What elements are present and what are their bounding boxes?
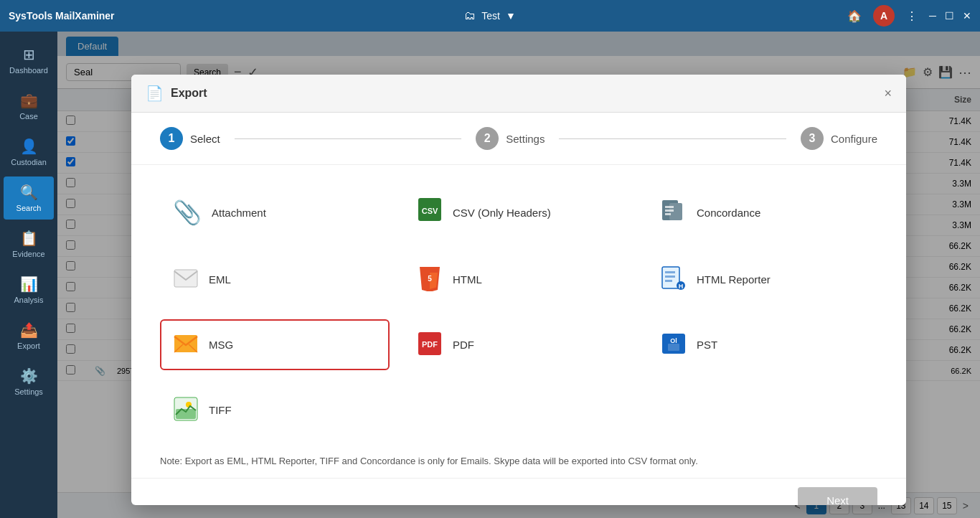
attachment-icon: 📎 <box>173 199 202 226</box>
svg-rect-5 <box>665 209 674 212</box>
svg-text:Ol: Ol <box>670 337 677 344</box>
dialog-title-text: Export <box>171 87 207 100</box>
sidebar-item-custodian[interactable]: 👤 Custodian <box>4 131 54 174</box>
export-option-csv[interactable]: CSV CSV (Only Headers) <box>404 185 633 240</box>
export-option-eml[interactable]: EML <box>160 254 390 305</box>
svg-text:H: H <box>679 283 684 290</box>
sidebar-label-case: Case <box>19 112 38 121</box>
step-2-num: 2 <box>476 127 499 150</box>
note-text: Note: Export as EML, HTML Reporter, TIFF… <box>160 456 698 466</box>
export-option-pst[interactable]: Ol PST <box>648 319 877 370</box>
export-option-pdf[interactable]: PDF PDF <box>404 319 633 370</box>
export-option-msg[interactable]: MSG <box>160 319 390 370</box>
case-name: Test <box>481 10 500 22</box>
csv-icon: CSV <box>417 197 443 228</box>
tiff-icon <box>173 396 199 424</box>
more-button[interactable]: ⋮ <box>906 9 918 23</box>
dialog-note: Note: Export as EML, HTML Reporter, TIFF… <box>131 456 906 478</box>
msg-label: MSG <box>209 339 233 351</box>
analysis-icon: 📊 <box>20 276 38 293</box>
search-sidebar-icon: 🔍 <box>20 184 38 201</box>
svg-text:5: 5 <box>428 275 432 283</box>
close-button[interactable]: ✕ <box>963 10 971 22</box>
tiff-label: TIFF <box>209 404 232 416</box>
step-line-1 <box>235 138 462 139</box>
case-icon: 💼 <box>20 92 38 109</box>
sidebar-label-export: Export <box>17 342 40 350</box>
html-icon: 5 <box>417 265 443 293</box>
svg-rect-24 <box>668 344 679 351</box>
modal-overlay: 📄 Export × 1 Select 2 Settings <box>57 32 980 518</box>
pst-label: PST <box>697 339 717 351</box>
sidebar-label-custodian: Custodian <box>11 158 47 166</box>
eml-icon <box>173 265 199 293</box>
sidebar-label-analysis: Analysis <box>14 296 44 304</box>
dropdown-icon[interactable]: ▼ <box>506 10 516 22</box>
step-3-label: Configure <box>831 133 877 145</box>
wizard-steps: 1 Select 2 Settings 3 Configure <box>131 113 906 165</box>
step-2-label: Settings <box>506 133 545 145</box>
step-3-num: 3 <box>801 127 824 150</box>
settings-icon: ⚙️ <box>20 367 38 385</box>
sidebar-label-search: Search <box>17 204 42 212</box>
dialog-footer: Next <box>131 478 906 505</box>
svg-rect-13 <box>665 276 675 278</box>
pdf-icon: PDF <box>417 331 443 359</box>
html-label: HTML <box>453 273 482 286</box>
html-reporter-icon: H <box>661 265 687 293</box>
titlebar: SysTools MailXaminer 🗂 Test ▼ 🏠 A ⋮ ─ ☐ … <box>0 0 980 32</box>
minimize-button[interactable]: ─ <box>929 10 936 22</box>
next-button[interactable]: Next <box>798 487 877 505</box>
titlebar-actions: 🏠 A ⋮ ─ ☐ ✕ <box>847 5 971 27</box>
folder-icon: 🗂 <box>464 9 476 22</box>
step-1-label: Select <box>190 133 220 145</box>
attachment-label: Attachment <box>212 207 266 219</box>
step-1-num: 1 <box>160 127 183 150</box>
wizard-step-2: 2 Settings <box>476 127 545 150</box>
concordance-label: Concordance <box>697 207 760 219</box>
dialog-close-button[interactable]: × <box>884 87 892 100</box>
export-option-html[interactable]: 5 HTML <box>404 254 633 305</box>
eml-label: EML <box>209 273 231 286</box>
svg-text:PDF: PDF <box>422 340 438 349</box>
csv-label: CSV (Only Headers) <box>453 207 551 219</box>
sidebar-item-dashboard[interactable]: ⊞ Dashboard <box>4 39 54 82</box>
content-area: Default Search − ✓ 📁 ⚙ 💾 ⋯ Size 71.4 <box>57 32 980 518</box>
svg-rect-26 <box>176 409 196 419</box>
main-layout: ⊞ Dashboard 💼 Case 👤 Custodian 🔍 Search … <box>0 32 980 518</box>
export-option-attachment[interactable]: 📎 Attachment <box>160 185 390 240</box>
step-line-2 <box>559 138 786 139</box>
sidebar-item-search[interactable]: 🔍 Search <box>4 176 54 220</box>
sidebar-label-evidence: Evidence <box>12 250 44 258</box>
export-option-concordance[interactable]: Concordance <box>648 185 877 240</box>
svg-rect-4 <box>665 206 674 208</box>
pst-icon: Ol <box>661 331 687 359</box>
pdf-label: PDF <box>453 339 474 351</box>
sidebar-item-analysis[interactable]: 📊 Analysis <box>4 268 54 311</box>
home-button[interactable]: 🏠 <box>847 9 862 23</box>
sidebar-item-evidence[interactable]: 📋 Evidence <box>4 222 54 265</box>
export-icon: 📤 <box>20 321 38 339</box>
export-dialog: 📄 Export × 1 Select 2 Settings <box>131 75 906 505</box>
wizard-step-3: 3 Configure <box>801 127 877 150</box>
sidebar-label-settings: Settings <box>14 387 43 396</box>
sidebar-item-case[interactable]: 💼 Case <box>4 85 54 128</box>
sidebar-item-export[interactable]: 📤 Export <box>4 314 54 357</box>
sidebar: ⊞ Dashboard 💼 Case 👤 Custodian 🔍 Search … <box>0 32 57 518</box>
svg-text:CSV: CSV <box>422 207 438 215</box>
custodian-icon: 👤 <box>20 138 38 155</box>
svg-rect-12 <box>665 271 675 273</box>
maximize-button[interactable]: ☐ <box>945 10 954 22</box>
svg-rect-6 <box>665 213 671 215</box>
app-title: SysTools MailXaminer <box>9 10 847 22</box>
msg-icon <box>173 331 199 359</box>
avatar: A <box>873 5 895 27</box>
export-option-html-reporter[interactable]: H HTML Reporter <box>648 254 877 305</box>
window-controls: ─ ☐ ✕ <box>929 10 971 22</box>
svg-rect-14 <box>665 280 672 282</box>
export-option-tiff[interactable]: TIFF <box>160 385 390 435</box>
export-options-grid: 📎 Attachment CSV CSV (Only Headers) <box>131 165 906 456</box>
sidebar-item-settings[interactable]: ⚙️ Settings <box>4 360 54 403</box>
dashboard-icon: ⊞ <box>23 46 35 63</box>
dialog-header: 📄 Export × <box>131 75 906 113</box>
